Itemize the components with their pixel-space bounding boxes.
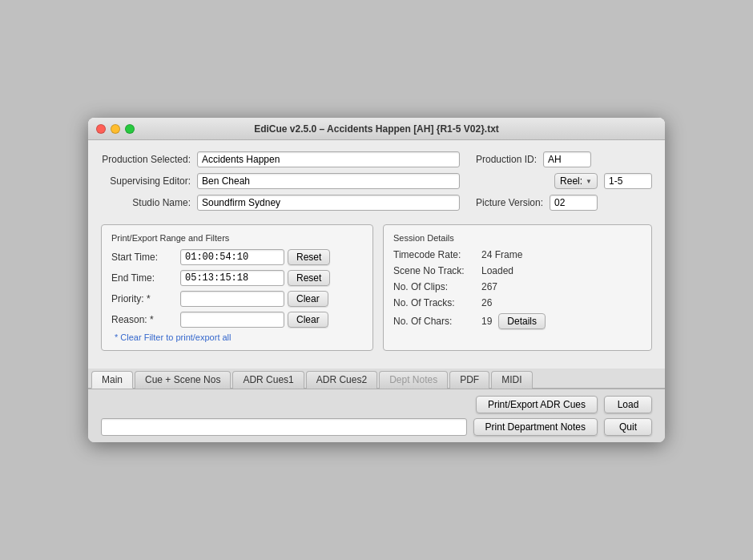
session-title: Session Details [393,233,642,243]
maximize-button[interactable] [125,124,135,134]
details-button[interactable]: Details [498,313,546,329]
production-id-label: Production ID: [476,154,543,165]
production-id-input[interactable] [543,151,591,167]
start-time-row: Start Time: Reset [111,249,363,265]
print-export-panel: Print/Export Range and Filters Start Tim… [101,224,373,351]
end-time-label: End Time: [111,272,177,284]
tracks-label: No. Of Tracks: [393,297,481,308]
load-button[interactable]: Load [604,396,652,413]
clips-row: No. Of Clips: 267 [393,281,642,292]
traffic-lights [96,124,135,134]
tracks-row: No. Of Tracks: 26 [393,297,642,308]
scene-label: Scene No Track: [393,265,481,276]
print-export-adr-button[interactable]: Print/Export ADR Cues [476,396,598,413]
end-time-row: End Time: Reset [111,270,363,286]
reel-row: Reel: ▼ [476,173,652,189]
window-content: Production Selected: Supervising Editor:… [88,140,665,369]
scene-value: Loaded [481,265,513,276]
left-fields: Production Selected: Supervising Editor:… [101,151,460,216]
production-selected-input[interactable] [197,151,460,167]
reason-row: Reason: * Clear [111,312,363,328]
reel-label: Reel: [560,175,582,187]
chars-row: No. Of Chars: 19 Details [393,313,642,329]
picture-version-input[interactable] [550,195,598,211]
chars-label: No. Of Chars: [393,316,481,327]
tab-adr-cues1[interactable]: ADR Cues1 [232,371,304,389]
right-fields: Production ID: Reel: ▼ Picture Version: [476,151,652,216]
priority-input[interactable] [180,291,284,307]
reason-input[interactable] [180,312,284,328]
tab-main[interactable]: Main [91,371,133,389]
supervising-editor-label: Supervising Editor: [101,175,197,187]
clips-label: No. Of Clips: [393,281,481,292]
clear-filter-text: * Clear Filter to print/export all [111,332,363,342]
production-selected-label: Production Selected: [101,154,197,165]
dropdown-arrow-icon: ▼ [586,178,592,185]
timecode-row: Timecode Rate: 24 Frame [393,249,642,260]
reset-start-button[interactable]: Reset [288,249,330,265]
window-title: EdiCue v2.5.0 – Accidents Happen [AH] {R… [254,123,499,135]
priority-row: Priority: * Clear [111,291,363,307]
start-time-input[interactable] [180,249,284,265]
supervising-editor-input[interactable] [197,173,460,189]
scene-row: Scene No Track: Loaded [393,265,642,276]
studio-name-label: Studio Name: [101,197,197,208]
bottom-area: Print/Export ADR Cues Load Print Departm… [88,389,665,442]
clear-reason-button[interactable]: Clear [288,312,328,328]
tracks-value: 26 [481,297,492,308]
tab-pdf[interactable]: PDF [449,371,489,389]
reason-label: Reason: * [111,314,177,325]
bottom-text-input[interactable] [101,418,467,436]
titlebar: EdiCue v2.5.0 – Accidents Happen [AH] {R… [88,118,665,140]
reel-dropdown[interactable]: Reel: ▼ [554,173,598,189]
picture-version-row: Picture Version: [476,195,652,211]
clips-value: 267 [481,281,497,292]
tab-dept-notes: Dept Notes [379,371,448,389]
end-time-input[interactable] [180,270,284,286]
timecode-label: Timecode Rate: [393,249,481,260]
minimize-button[interactable] [111,124,120,134]
timecode-value: 24 Frame [481,249,522,260]
tab-adr-cues2[interactable]: ADR Cues2 [306,371,377,389]
panels-row: Print/Export Range and Filters Start Tim… [101,224,652,351]
supervising-editor-row: Supervising Editor: [101,173,460,189]
print-dept-button[interactable]: Print Department Notes [473,418,598,436]
tab-cue-scene[interactable]: Cue + Scene Nos [135,371,231,389]
tab-midi[interactable]: MIDI [491,371,532,389]
close-button[interactable] [96,124,106,134]
bottom-row2: Print Department Notes Quit [101,418,652,436]
studio-name-input[interactable] [197,195,460,211]
picture-version-label: Picture Version: [476,197,550,208]
reset-end-button[interactable]: Reset [288,270,330,286]
top-bottom-buttons: Print/Export ADR Cues Load [101,396,652,413]
main-window: EdiCue v2.5.0 – Accidents Happen [AH] {R… [88,118,665,442]
top-fields: Production Selected: Supervising Editor:… [101,151,652,216]
reel-value-input[interactable] [604,173,652,189]
print-export-title: Print/Export Range and Filters [111,233,363,243]
tabs-row: Main Cue + Scene Nos ADR Cues1 ADR Cues2… [88,369,665,389]
production-selected-row: Production Selected: [101,151,460,167]
quit-button[interactable]: Quit [604,418,652,436]
chars-value: 19 [481,316,492,327]
studio-name-row: Studio Name: [101,195,460,211]
start-time-label: Start Time: [111,252,177,263]
clear-priority-button[interactable]: Clear [288,291,328,307]
session-panel: Session Details Timecode Rate: 24 Frame … [383,224,652,351]
production-id-row: Production ID: [476,151,652,167]
priority-label: Priority: * [111,293,177,304]
